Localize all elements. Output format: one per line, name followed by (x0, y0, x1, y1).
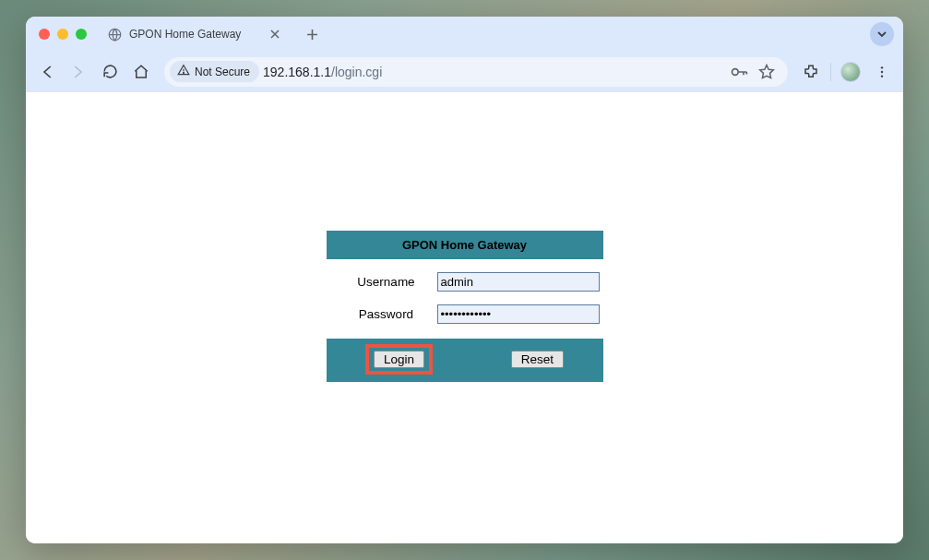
globe-icon (107, 27, 122, 42)
svg-point-2 (732, 68, 739, 75)
password-key-icon[interactable] (727, 60, 751, 84)
extensions-icon[interactable] (797, 58, 825, 86)
bookmark-star-icon[interactable] (755, 60, 779, 84)
svg-point-4 (881, 70, 883, 72)
window-controls (39, 29, 87, 40)
toolbar-divider (830, 63, 831, 81)
reset-button[interactable]: Reset (511, 351, 564, 368)
username-row: Username (336, 272, 594, 292)
chevron-down-icon[interactable] (870, 22, 894, 46)
svg-point-1 (184, 72, 185, 73)
maximize-window-button[interactable] (76, 29, 87, 40)
login-form: Username Password (327, 259, 603, 339)
login-panel: GPON Home Gateway Username Password Logi… (327, 231, 603, 382)
new-tab-button[interactable] (299, 21, 325, 47)
kebab-menu-icon[interactable] (868, 58, 896, 86)
tab-bar: GPON Home Gateway (26, 17, 903, 52)
forward-button[interactable] (65, 58, 92, 86)
security-label: Not Secure (195, 66, 250, 78)
url-text: 192.168.1.1/login.cgi (263, 65, 723, 79)
tab-title: GPON Home Gateway (129, 28, 260, 41)
browser-tab[interactable]: GPON Home Gateway (100, 19, 293, 49)
login-footer: Login Reset (327, 339, 603, 382)
login-button[interactable]: Login (374, 351, 424, 368)
close-tab-icon[interactable] (268, 27, 282, 42)
close-window-button[interactable] (39, 29, 50, 40)
svg-point-5 (881, 75, 883, 77)
username-input[interactable] (437, 272, 600, 292)
warning-icon (177, 64, 190, 79)
minimize-window-button[interactable] (57, 29, 68, 40)
login-highlight: Login (365, 344, 433, 375)
back-button[interactable] (33, 58, 61, 86)
reload-button[interactable] (96, 58, 124, 86)
svg-point-3 (881, 66, 883, 68)
password-row: Password (336, 304, 594, 324)
profile-avatar[interactable] (837, 58, 864, 86)
username-label: Username (336, 275, 437, 289)
password-label: Password (336, 307, 437, 321)
address-bar[interactable]: Not Secure 192.168.1.1/login.cgi (164, 57, 788, 87)
browser-window: GPON Home Gateway (26, 17, 903, 543)
home-button[interactable] (127, 58, 155, 86)
page-viewport: GPON Home Gateway Username Password Logi… (26, 91, 903, 543)
toolbar: Not Secure 192.168.1.1/login.cgi (26, 52, 903, 91)
url-path: /login.cgi (331, 65, 382, 79)
url-host: 192.168.1.1 (263, 65, 331, 79)
security-indicator[interactable]: Not Secure (170, 61, 259, 82)
login-header: GPON Home Gateway (327, 231, 603, 259)
password-input[interactable] (437, 304, 600, 324)
